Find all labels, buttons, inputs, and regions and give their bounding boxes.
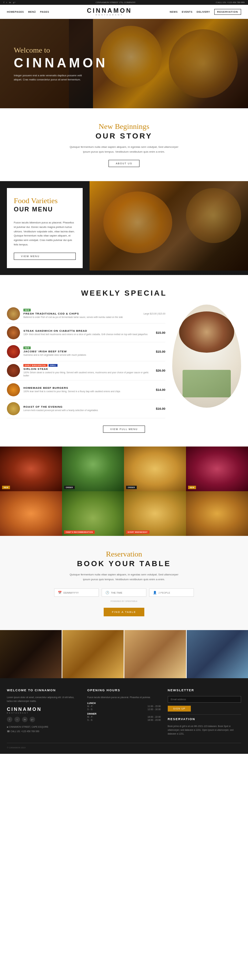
gallery-badge-order-2: ORDER	[126, 486, 137, 489]
footer-twitter-icon[interactable]: t	[14, 717, 20, 722]
nav-homepages[interactable]: HOMEPAGES	[7, 11, 24, 13]
hero-welcome-text: Welcome to	[14, 46, 108, 55]
food-gallery: NEW ORDER ORDER NEW CHEF'S RECOMMENDATIO…	[0, 447, 248, 536]
menu-item-price: $15.00	[156, 331, 165, 334]
gallery-row-item[interactable]	[124, 630, 186, 678]
badge-grill: GRILL	[48, 364, 58, 367]
footer-logo: CINNAMON	[7, 706, 80, 712]
time-input[interactable]	[111, 592, 142, 594]
menu-card: Food Varieties OUR MENU Fusce iaculis bi…	[7, 188, 83, 268]
gallery-row-item[interactable]	[0, 630, 62, 678]
gallery-item[interactable]: NEW	[0, 447, 62, 491]
hero-title: CINNAMON	[14, 56, 108, 70]
footer-dinner-label: DINNER	[87, 713, 160, 715]
clock-icon: 🕐	[106, 591, 109, 594]
gallery-item[interactable]	[186, 491, 248, 536]
form-row: 📅 🕐 👤 2 PEOPLE 1 PERSON 3 PEOPLE 4 PEOPL…	[7, 589, 241, 597]
footer-dinner-hours-1: M - F: 18:00 - 22:00	[87, 716, 160, 718]
footer-gplus-icon[interactable]: g+	[30, 717, 35, 722]
facebook-icon[interactable]: f	[3, 1, 4, 4]
menu-item: HOMEMADE BEEF BURGERS 100% lean beef tha…	[7, 380, 165, 399]
menu-item: ROAST OF THE EVENING Lemon-herb roasted …	[7, 399, 165, 418]
linkedin-icon[interactable]: in	[9, 1, 11, 4]
gallery-item[interactable]: ORDER	[124, 447, 186, 491]
nav-menu[interactable]: MENÜ	[28, 11, 36, 13]
menu-title: OUR MENU	[14, 206, 76, 213]
menu-item-name: FRESH TRADITIONAL COD & CHIPS	[23, 312, 140, 315]
menu-food-background	[90, 181, 248, 275]
newsletter-email-input[interactable]	[168, 696, 241, 703]
menu-item: NEW FRESH TRADITIONAL COD & CHIPS Batter…	[7, 305, 165, 323]
menu-item-info: NEW FRESH TRADITIONAL COD & CHIPS Batter…	[23, 309, 140, 319]
hero-section: Welcome to CINNAMON Integer posuere erat…	[0, 19, 248, 108]
weekly-content: NEW FRESH TRADITIONAL COD & CHIPS Batter…	[7, 305, 241, 419]
gallery-row-item[interactable]	[187, 630, 248, 678]
reservation-section: Reservation BOOK YOUR TABLE Quisque ferm…	[0, 536, 248, 630]
twitter-icon[interactable]: t	[6, 1, 7, 4]
view-full-menu-button[interactable]: VIEW FULL MENU	[103, 426, 145, 433]
nav-pages[interactable]: PAGES	[40, 11, 49, 13]
footer-logo-sub: RESTAURANT	[7, 712, 80, 714]
dinner-time-2: 18:00 - 23:00	[147, 719, 160, 721]
footer: WELCOME TO CINNAMON Lorem ipsum dolor si…	[0, 678, 248, 754]
dinner-day-2: S - S:	[87, 719, 93, 721]
menu-item-image	[7, 383, 20, 396]
dinner-day-1: M - F:	[87, 716, 93, 718]
view-menu-button[interactable]: VIEW MENU	[14, 253, 76, 260]
reservation-nav-button[interactable]: RESERVATION	[214, 9, 241, 15]
gallery-item[interactable]	[0, 491, 62, 536]
gallery-badge-chef: CHEF'S RECOMMENDATION	[64, 530, 95, 534]
guests-select[interactable]: 2 PEOPLE 1 PERSON 3 PEOPLE 4 PEOPLE 5+ P…	[158, 592, 171, 594]
gallery-badge-order: ORDER	[64, 486, 75, 489]
newsletter-signup-button[interactable]: SIGN UP	[168, 706, 191, 711]
footer-about-text: Lorem ipsum dolor sit amet, consectetur …	[7, 695, 80, 703]
find-table-button[interactable]: FIND A TABLE	[104, 608, 144, 616]
menu-item-info: HOMEMADE BEEF BURGERS 100% lean beef tha…	[23, 387, 152, 393]
powered-by: POWERED BY OPENTABLE	[7, 600, 241, 602]
dinner-time-1: 18:00 - 22:00	[147, 716, 160, 718]
menu-item-desc: 100% lean beef that is cooked to your li…	[23, 390, 152, 393]
footer-newsletter-title: NEWSLETTER	[168, 689, 241, 692]
gallery-badge-new: NEW	[2, 486, 10, 489]
nav-delivery[interactable]: DELIVERY	[197, 11, 210, 13]
food-image-3	[7, 345, 20, 358]
social-links[interactable]: f t in g+	[3, 1, 16, 4]
main-nav: HOMEPAGES MENÜ PAGES CINNAMON RESTAURANT…	[0, 5, 248, 19]
lunch-day-2: S - S:	[87, 708, 93, 711]
gallery-item[interactable]: NEW	[186, 447, 248, 491]
menu-item-price: $14.00	[156, 388, 165, 391]
menu-item-info: EARLY BIRD/SPECIAL GRILL SIRLOIN STEAK 1…	[23, 364, 152, 378]
reservation-script-title: Reservation	[7, 550, 241, 558]
nav-news[interactable]: NEWS	[170, 11, 178, 13]
time-field: 🕐	[102, 589, 146, 597]
menu-item-image	[7, 345, 20, 358]
badge-new: NEW	[23, 347, 30, 349]
about-us-button[interactable]: ABOUT US	[109, 160, 139, 167]
hero-description: Integer posuere erat a ante venenatis da…	[14, 73, 83, 82]
footer-about-title: WELCOME TO CINNAMON	[7, 689, 80, 692]
menu-item-name: JACOBS' IRISH BEEF STEW	[23, 350, 152, 353]
footer-facebook-icon[interactable]: f	[7, 717, 13, 722]
gallery-item[interactable]: ORDER	[62, 447, 124, 491]
menu-item: NEW JACOBS' IRISH BEEF STEW Guinness and…	[7, 342, 165, 361]
menu-list: NEW FRESH TRADITIONAL COD & CHIPS Batter…	[7, 305, 165, 419]
nav-events[interactable]: EVENTS	[182, 11, 192, 13]
menu-script-title: Food Varieties	[14, 196, 76, 205]
guests-field: 👤 2 PEOPLE 1 PERSON 3 PEOPLE 4 PEOPLE 5+…	[149, 589, 194, 597]
gallery-item[interactable]: EVERY WEDNESDAY	[124, 491, 186, 536]
date-input[interactable]	[63, 592, 95, 594]
lunch-time-1: 11:00 - 15:00	[147, 705, 160, 707]
gallery-row-item[interactable]	[62, 630, 124, 678]
gallery-item[interactable]: CHEF'S RECOMMENDATION	[62, 491, 124, 536]
weekly-title: WEEKLY SPECIAL	[7, 289, 241, 298]
footer-linkedin-icon[interactable]: in	[22, 717, 27, 722]
address: CINNAMON STREET 270, COMPANY	[96, 1, 136, 4]
footer-contact: ■ CINNAMON STREET, CAPE ESQUIRE ☎ CALL U…	[7, 725, 80, 733]
footer-dinner-hours-2: S - S: 18:00 - 23:00	[87, 719, 160, 721]
nav-left: HOMEPAGES MENÜ PAGES	[7, 11, 49, 13]
menu-item-name: ROAST OF THE EVENING	[23, 405, 152, 408]
footer-about-col: WELCOME TO CINNAMON Lorem ipsum dolor si…	[7, 689, 80, 736]
menu-item-name: HOMEMADE BEEF BURGERS	[23, 387, 152, 390]
footer-phone: ☎ CALL US: +123 456 789 999	[7, 729, 80, 733]
gplus-icon[interactable]: g+	[13, 1, 16, 4]
